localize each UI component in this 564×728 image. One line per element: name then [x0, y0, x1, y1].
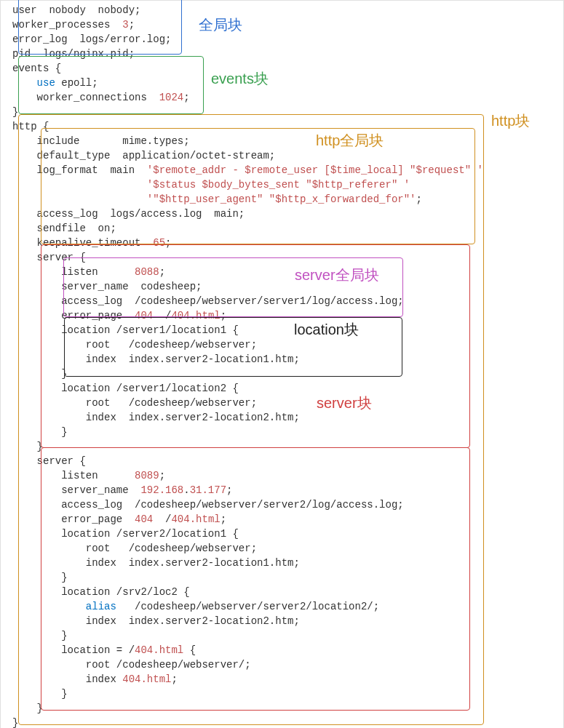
code-line: root /codesheep/webserver;	[12, 541, 563, 556]
code-line: }	[12, 439, 563, 454]
code-line: server_name codesheep;	[12, 279, 563, 294]
code-line: error_page 404 /404.html;	[12, 308, 563, 323]
code-line: server {	[12, 250, 563, 265]
code-line: location /server1/location1 {	[12, 323, 563, 337]
code-line: '$status $body_bytes_sent "$http_referer…	[12, 177, 563, 192]
code-line: include mime.types;	[12, 134, 563, 148]
code-line: }	[12, 105, 563, 119]
code-line: location /srv2/loc2 {	[12, 585, 563, 599]
code-line: index index.server2-location2.htm;	[12, 614, 563, 628]
code-line: index 404.html;	[12, 672, 563, 687]
code-line: http {	[12, 119, 563, 134]
code-line: '"$http_user_agent" "$http_x_forwarded_f…	[12, 192, 563, 207]
code-line: pid logs/nginx.pid;	[12, 47, 563, 61]
code-line: error_log logs/error.log;	[12, 32, 563, 47]
code-line: default_type application/octet-stream;	[12, 148, 563, 163]
code-line: root /codesheep/webserver;	[12, 337, 563, 352]
code-line: access_log /codesheep/webserver/server1/…	[12, 294, 563, 308]
code-line: }	[12, 701, 563, 716]
code-line: listen 8089;	[12, 468, 563, 483]
code-line: worker_processes 3;	[12, 17, 563, 32]
code-line: }	[12, 367, 563, 381]
code-line: index index.server2-location1.htm;	[12, 556, 563, 570]
code-line: }	[12, 425, 563, 439]
code-line: error_page 404 /404.html;	[12, 512, 563, 527]
code-line: root /codesheep/webserver/;	[12, 657, 563, 672]
code-line: location /server2/location1 {	[12, 527, 563, 541]
code-line: }	[12, 628, 563, 643]
code-line: sendfile on;	[12, 221, 563, 236]
code-line: use epoll;	[12, 76, 563, 90]
code-line: location /server1/location2 {	[12, 381, 563, 396]
code-line: }	[12, 570, 563, 585]
code-line: index index.server2-location2.htm;	[12, 410, 563, 425]
code-line: root /codesheep/webserver;	[12, 396, 563, 410]
code-line: server {	[12, 454, 563, 468]
nginx-config-diagram: user nobody nobody; worker_processes 3; …	[0, 0, 564, 728]
code-line: worker_connections 1024;	[12, 90, 563, 105]
code-line: access_log logs/access.log main;	[12, 207, 563, 221]
code-line: }	[12, 716, 563, 728]
code-line: listen 8088;	[12, 265, 563, 279]
code-line: }	[12, 687, 563, 701]
code-line: server_name 192.168.31.177;	[12, 483, 563, 497]
code-line: location = /404.html {	[12, 643, 563, 657]
code-line: index index.server2-location1.htm;	[12, 352, 563, 367]
code-line: alias /codesheep/webserver/server2/locat…	[12, 599, 563, 614]
code-line: user nobody nobody;	[12, 3, 563, 17]
code-line: log_format main '$remote_addr - $remote_…	[12, 163, 563, 177]
code-line: events {	[12, 61, 563, 76]
code-line: keepalive_timeout 65;	[12, 236, 563, 250]
code-line: access_log /codesheep/webserver/server2/…	[12, 497, 563, 512]
